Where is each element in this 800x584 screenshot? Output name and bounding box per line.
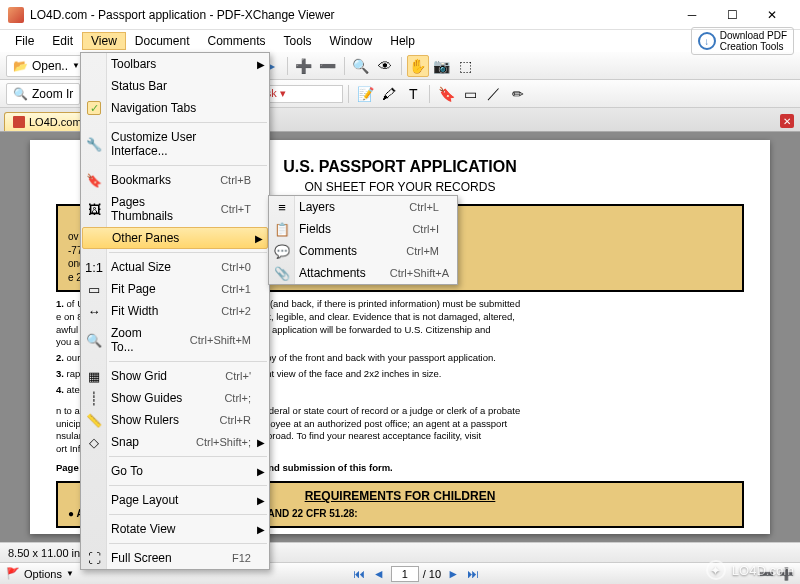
menu-item-show-grid[interactable]: ▦Show GridCtrl+': [81, 365, 269, 387]
menu-file[interactable]: File: [6, 32, 43, 50]
zoom-icon: 🔍: [85, 331, 103, 349]
menu-item-fields[interactable]: 📋FieldsCtrl+I: [269, 218, 457, 240]
menu-item-pages-thumbnails[interactable]: 🖼Pages ThumbnailsCtrl+T: [81, 191, 269, 227]
menu-view[interactable]: View: [82, 32, 126, 50]
menu-comments[interactable]: Comments: [199, 32, 275, 50]
chevron-right-icon: ▶: [257, 495, 265, 506]
actual-icon: 1:1: [85, 258, 103, 276]
rulers-icon: 📏: [85, 411, 103, 429]
menu-item-comments[interactable]: 💬CommentsCtrl+M: [269, 240, 457, 262]
menu-tools[interactable]: Tools: [275, 32, 321, 50]
menu-item-navigation-tabs[interactable]: ✓Navigation Tabs: [81, 97, 269, 119]
view-menu-dropdown: Toolbars▶Status Bar✓Navigation Tabs🔧Cust…: [80, 52, 270, 570]
folder-icon: 📂: [13, 59, 28, 73]
hand-tool-icon[interactable]: ✋: [407, 55, 429, 77]
snap-icon: ◇: [85, 433, 103, 451]
line-icon[interactable]: ／: [483, 83, 505, 105]
ocr-icon[interactable]: 👁: [374, 55, 396, 77]
menu-item-page-layout[interactable]: Page Layout▶: [81, 489, 269, 511]
blank-icon: [85, 55, 103, 73]
menu-document[interactable]: Document: [126, 32, 199, 50]
shape-icon[interactable]: ▭: [459, 83, 481, 105]
globe-icon: ✦: [706, 560, 726, 580]
menu-item-attachments[interactable]: 📎AttachmentsCtrl+Shift+A: [269, 262, 457, 284]
pdf-icon: [13, 116, 25, 128]
menu-item-status-bar[interactable]: Status Bar: [81, 75, 269, 97]
blank-icon: [87, 229, 105, 247]
titlebar: LO4D.com - Passport application - PDF-XC…: [0, 0, 800, 30]
attach-icon: 📎: [273, 264, 291, 282]
select-icon[interactable]: ⬚: [455, 55, 477, 77]
chevron-right-icon: ▶: [255, 233, 263, 244]
menu-window[interactable]: Window: [321, 32, 382, 50]
watermark: ✦ LO4D.com: [706, 560, 794, 580]
page-total: / 10: [423, 568, 441, 580]
stamp-icon[interactable]: 🔖: [435, 83, 457, 105]
chevron-right-icon: ▶: [257, 524, 265, 535]
window-title: LO4D.com - Passport application - PDF-XC…: [30, 8, 672, 22]
prev-page-icon[interactable]: ◄: [371, 566, 387, 582]
last-page-icon[interactable]: ⏭: [465, 566, 481, 582]
blank-icon: [85, 462, 103, 480]
page-size: 8.50 x 11.00 in: [8, 547, 80, 559]
blank-icon: [85, 77, 103, 95]
menu-item-fit-page[interactable]: ▭Fit PageCtrl+1: [81, 278, 269, 300]
minimize-button[interactable]: ─: [672, 1, 712, 29]
menu-item-full-screen[interactable]: ⛶Full ScreenF12: [81, 547, 269, 569]
pencil-icon[interactable]: ✏: [507, 83, 529, 105]
next-page-icon[interactable]: ►: [445, 566, 461, 582]
close-button[interactable]: ✕: [752, 1, 792, 29]
guides-icon: ┊: [85, 389, 103, 407]
menu-item-layers[interactable]: ≡LayersCtrl+L: [269, 196, 457, 218]
menu-help[interactable]: Help: [381, 32, 424, 50]
fields-icon: 📋: [273, 220, 291, 238]
download-icon: ↓: [698, 32, 716, 50]
menu-item-zoom-to-[interactable]: 🔍Zoom To...Ctrl+Shift+M: [81, 322, 269, 358]
app-icon: [8, 7, 24, 23]
thumbs-icon: 🖼: [85, 200, 103, 218]
maximize-button[interactable]: ☐: [712, 1, 752, 29]
menubar: File Edit View Document Comments Tools W…: [0, 30, 800, 52]
tab-close[interactable]: ✕: [774, 111, 800, 131]
customize-icon: 🔧: [85, 135, 103, 153]
menu-item-other-panes[interactable]: Other Panes▶: [82, 227, 268, 249]
menu-item-actual-size[interactable]: 1:1Actual SizeCtrl+0: [81, 256, 269, 278]
first-page-icon[interactable]: ⏮: [351, 566, 367, 582]
menu-item-toolbars[interactable]: Toolbars▶: [81, 53, 269, 75]
blank-icon: [85, 520, 103, 538]
text-icon[interactable]: T: [402, 83, 424, 105]
chevron-right-icon: ▶: [257, 437, 265, 448]
menu-item-fit-width[interactable]: ↔Fit WidthCtrl+2: [81, 300, 269, 322]
fitwidth-icon: ↔: [85, 302, 103, 320]
page-number-input[interactable]: [391, 566, 419, 582]
download-pdf-tools-button[interactable]: ↓ Download PDF Creation Tools: [691, 27, 794, 55]
menu-edit[interactable]: Edit: [43, 32, 82, 50]
other-panes-submenu: ≡LayersCtrl+L📋FieldsCtrl+I💬CommentsCtrl+…: [268, 195, 458, 285]
chevron-right-icon: ▶: [257, 59, 265, 70]
add-icon[interactable]: ➕: [293, 55, 315, 77]
open-button[interactable]: 📂Open..▼: [6, 55, 87, 77]
find-icon[interactable]: 🔍: [350, 55, 372, 77]
fitpage-icon: ▭: [85, 280, 103, 298]
menu-item-bookmarks[interactable]: 🔖BookmarksCtrl+B: [81, 169, 269, 191]
menu-item-go-to[interactable]: Go To▶: [81, 460, 269, 482]
grid-icon: ▦: [85, 367, 103, 385]
remove-icon[interactable]: ➖: [317, 55, 339, 77]
zoom-icon: 🔍: [13, 87, 28, 101]
menu-item-snap[interactable]: ◇SnapCtrl+Shift+;▶: [81, 431, 269, 453]
note-icon[interactable]: 📝: [354, 83, 376, 105]
snapshot-icon[interactable]: 📷: [431, 55, 453, 77]
flag-icon: 🚩: [6, 567, 20, 580]
highlight-icon[interactable]: 🖍: [378, 83, 400, 105]
zoom-button[interactable]: 🔍Zoom Ir: [6, 83, 80, 105]
menu-item-customize-user-interface-[interactable]: 🔧Customize User Interface...: [81, 126, 269, 162]
blank-icon: ✓: [85, 99, 103, 117]
menu-item-show-rulers[interactable]: 📏Show RulersCtrl+R: [81, 409, 269, 431]
menu-item-show-guides[interactable]: ┊Show GuidesCtrl+;: [81, 387, 269, 409]
bookmark-icon: 🔖: [85, 171, 103, 189]
fullscreen-icon: ⛶: [85, 549, 103, 567]
menu-item-rotate-view[interactable]: Rotate View▶: [81, 518, 269, 540]
options-button[interactable]: Options: [24, 568, 62, 580]
chevron-right-icon: ▶: [257, 466, 265, 477]
layers-icon: ≡: [273, 198, 291, 216]
